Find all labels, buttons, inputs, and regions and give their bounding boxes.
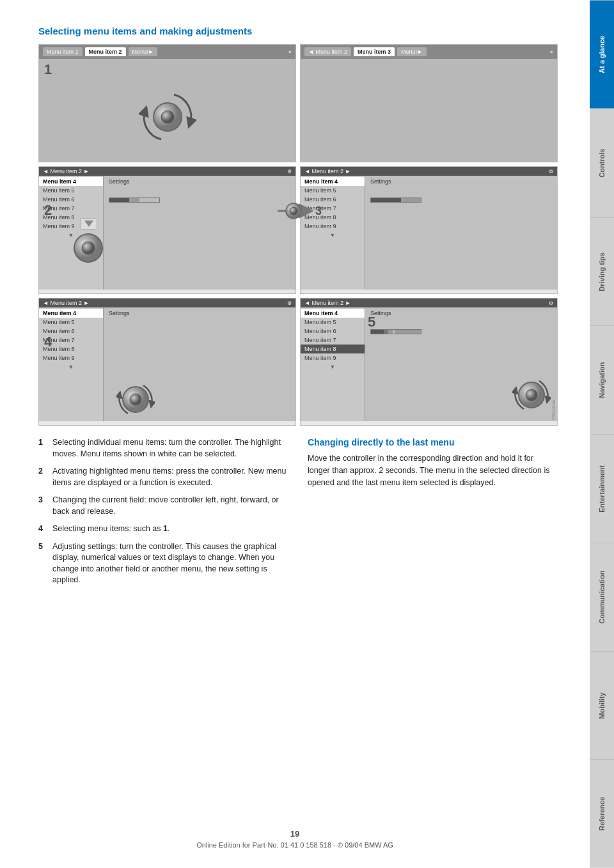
panel-2-header: ◄ Menu item 2 Menu item 3 MenuI► ● — [301, 45, 557, 59]
list-item-3: 3 Changing the current field: move contr… — [38, 495, 288, 517]
panel-3-number-2: 2 — [44, 202, 52, 219]
menu-4-item-2: Menu item 5 — [301, 186, 365, 195]
main-content: Selecting menu items and making adjustme… — [0, 0, 590, 868]
svg-point-3 — [82, 242, 95, 254]
panel-3-body: Menu item 4 Menu item 5 Menu item 6 Menu… — [39, 176, 295, 290]
panel-5-subheader: ◄ Menu item 2 ► ⚙ — [39, 298, 295, 307]
panel-6-controller — [512, 376, 551, 416]
page-number: 19 — [0, 829, 590, 839]
list-item-5: 5 Adjusting settings: turn the controlle… — [38, 541, 288, 586]
list-text-5: Adjusting settings: turn the controller.… — [52, 541, 288, 586]
panel-3-controller-down — [71, 218, 106, 266]
menu-5-item-6: Menu item 9 — [39, 353, 103, 362]
list-num-5: 5 — [38, 541, 47, 586]
sidebar-tab-mobility[interactable]: Mobility — [590, 651, 614, 760]
panel-2-content — [301, 59, 557, 162]
svg-point-1 — [161, 111, 174, 123]
menu-6-item-1: Menu item 4 — [301, 309, 365, 318]
sidebar: At a glance Controls Driving tips Naviga… — [590, 0, 614, 868]
sidebar-tab-reference[interactable]: Reference — [590, 759, 614, 868]
controller-6-svg — [512, 376, 551, 414]
menu-5-item-1: Menu item 4 — [39, 309, 103, 318]
svg-point-10 — [526, 389, 537, 401]
svg-point-6 — [290, 207, 297, 215]
menu-6-item-6: Menu item 9 — [301, 353, 365, 362]
panel-1-tab-3: MenuI► — [129, 47, 158, 56]
sidebar-tab-at-a-glance[interactable]: At a glance — [590, 0, 614, 109]
list-num-3: 3 — [38, 495, 47, 517]
panel-4-menu-list: Menu item 4 Menu item 5 Menu item 6 Menu… — [301, 176, 365, 290]
watermark: Y/BU/Z/aa — [551, 399, 556, 420]
page-footer: 19 Online Edition for Part-No. 01 41 0 1… — [0, 829, 590, 849]
diagram-panel-4: ◄ Menu item 2 ► ⚙ Menu item 4 Menu item … — [300, 166, 558, 294]
sidebar-tab-entertainment[interactable]: Entertainment — [590, 434, 614, 543]
panel-6-body: Menu item 4 Menu item 5 Menu item 6 Menu… — [301, 307, 557, 421]
section-heading: Selecting menu items and making adjustme… — [38, 26, 558, 36]
list-text-2: Activating highlighted menu items: press… — [52, 466, 288, 488]
diagram-panel-5: ◄ Menu item 2 ► ⚙ Menu item 4 Menu item … — [38, 298, 296, 426]
panel-5-number: 4 — [44, 334, 52, 350]
list-num-1: 1 — [38, 437, 47, 460]
panel-6-number-5: 5 — [368, 314, 375, 330]
panel-1-number: 1 — [44, 61, 52, 78]
numbered-list-section: 1 Selecting individual menu items: turn … — [38, 437, 288, 593]
panel-5-controller — [116, 380, 155, 419]
svg-point-8 — [130, 394, 141, 405]
list-text-3: Changing the current field: move control… — [52, 495, 288, 517]
panel-5-body: Menu item 4 Menu item 5 Menu item 6 Menu… — [39, 307, 295, 421]
list-item-4: 4 Selecting menu items: such as 1. — [38, 523, 288, 535]
panel-4-subheader: ◄ Menu item 2 ► ⚙ — [301, 167, 557, 176]
panel-1-header: Menu item 1 Menu item 2 MenuI► ● — [39, 45, 295, 59]
panel-1-tab-1: Menu item 1 — [43, 47, 83, 56]
content-columns: 1 Selecting individual menu items: turn … — [38, 437, 558, 593]
controller-2-svg — [71, 231, 106, 266]
diagram-panel-3: ◄ Menu item 2 ► ⚙ Menu item 4 Menu item … — [38, 166, 296, 294]
panel-3-subheader: ◄ Menu item 2 ► ⚙ — [39, 167, 295, 176]
panel-4-body: Menu item 4 Menu item 5 Menu item 6 Menu… — [301, 176, 557, 290]
list-num-4: 4 — [38, 523, 47, 535]
panel-6-menu-list: Menu item 4 Menu item 5 Menu item 6 Menu… — [301, 307, 365, 421]
arrow-3-to-4: 3 — [274, 198, 322, 224]
sidebar-tab-navigation[interactable]: Navigation — [590, 325, 614, 434]
footer-copyright: Online Edition for Part-No. 01 41 0 158 … — [0, 841, 590, 849]
diagram-panel-6: ◄ Menu item 2 ► ⚙ Menu item 4 Menu item … — [300, 298, 558, 426]
sidebar-tab-communication[interactable]: Communication — [590, 543, 614, 651]
menu-6-item-2: Menu item 5 — [301, 318, 365, 327]
panel-6-subheader: ◄ Menu item 2 ► ⚙ — [301, 298, 557, 307]
menu-6-item-4: Menu item 7 — [301, 336, 365, 345]
menu-5-item-2: Menu item 5 — [39, 318, 103, 327]
panel-2-tab-2: Menu item 3 — [354, 47, 395, 56]
right-section: Changing directly to the last menu Move … — [308, 437, 558, 593]
menu-6-item-3: Menu item 6 — [301, 327, 365, 336]
menu-4-item-1: Menu item 4 — [301, 177, 365, 186]
list-item-2: 2 Activating highlighted menu items: pre… — [38, 466, 288, 488]
list-text-4: Selecting menu items: such as 1. — [52, 523, 169, 535]
right-section-heading: Changing directly to the last menu — [308, 437, 558, 447]
menu-6-item-5-highlighted: Menu item 8 — [301, 345, 365, 353]
list-num-2: 2 — [38, 466, 47, 488]
panel-2-tab-1: ◄ Menu item 2 — [304, 47, 351, 56]
panel-3-settings: Settings — [103, 176, 295, 290]
diagram-panel-2: ◄ Menu item 2 Menu item 3 MenuI► ● — [300, 44, 558, 162]
panel-4-settings: Settings — [365, 176, 557, 290]
panel-5-menu-list: Menu item 4 Menu item 5 Menu item 6 Menu… — [39, 307, 103, 421]
panel-1-content: 1 — [39, 59, 295, 162]
panel-2-tab-3: MenuI► — [397, 47, 427, 56]
list-item-1: 1 Selecting individual menu items: turn … — [38, 437, 288, 460]
sidebar-tab-driving-tips[interactable]: Driving tips — [590, 217, 614, 326]
numbered-list: 1 Selecting individual menu items: turn … — [38, 437, 288, 586]
panel-1-tab-2: Menu item 2 — [85, 47, 126, 56]
list-text-1: Selecting individual menu items: turn th… — [52, 437, 288, 460]
menu-3-item-2: Menu item 5 — [39, 186, 103, 195]
controller-5-svg — [116, 380, 155, 419]
menu-3-item-1: Menu item 4 — [39, 177, 103, 186]
controller-rotation-svg — [139, 88, 196, 146]
sidebar-tab-controls[interactable]: Controls — [590, 109, 614, 217]
right-section-text: Move the controller in the corresponding… — [308, 453, 558, 488]
diagram-panel-1: Menu item 1 Menu item 2 MenuI► ● 1 — [38, 44, 296, 162]
